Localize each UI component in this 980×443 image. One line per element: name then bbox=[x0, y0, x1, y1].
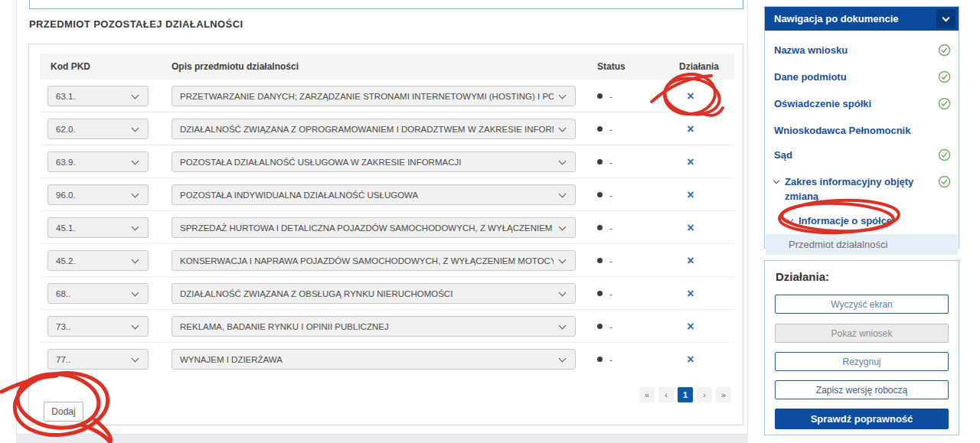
status-dot-icon bbox=[597, 159, 603, 164]
chevron-down-icon bbox=[132, 321, 139, 329]
chevron-down-icon bbox=[559, 354, 567, 362]
validate-button[interactable]: Sprawdź poprawność bbox=[775, 409, 949, 429]
nav-item-dane-podmiotu[interactable]: Dane podmiotu bbox=[774, 65, 952, 92]
table-rows: 63.1. PRZETWARZANIE DANYCH; ZARZĄDZANIE … bbox=[40, 80, 734, 376]
delete-row-button[interactable]: × bbox=[682, 277, 699, 310]
main-content-panel: PRZEDMIOT POZOSTAŁEJ DZIAŁALNOŚCI Kod PK… bbox=[16, 0, 748, 434]
chevron-down-icon bbox=[132, 288, 139, 296]
status-dot-icon bbox=[597, 225, 603, 230]
pkd-description-select[interactable]: REKLAMA, BADANIE RYNKU I OPINII PUBLICZN… bbox=[172, 316, 576, 337]
table-header: Kod PKD Opis przedmiotu działalności Sta… bbox=[40, 54, 734, 80]
pkd-description-select[interactable]: KONSERWACJA I NAPRAWA POJAZDÓW SAMOCHODO… bbox=[172, 250, 576, 271]
document-navigation-panel: Nawigacja po dokumencie Nazwa wniosku Da… bbox=[764, 6, 959, 249]
resign-button[interactable]: Rezygnuj bbox=[775, 352, 949, 371]
status-dot-icon bbox=[597, 291, 603, 296]
nav-item-przedmiot-dzialalnosci-active[interactable]: Przedmiot działalności bbox=[766, 234, 958, 255]
table-row: 77.. WYNAJEM I DZIERŻAWA - × bbox=[40, 343, 734, 376]
clear-screen-button[interactable]: Wyczyść ekran bbox=[775, 295, 949, 314]
pkd-code-select[interactable]: 45.2. bbox=[47, 250, 149, 271]
pkd-code-select[interactable]: 45.1. bbox=[47, 217, 149, 238]
status-dot-icon bbox=[597, 324, 603, 329]
status-dot-icon bbox=[597, 258, 603, 263]
delete-row-button[interactable]: × bbox=[682, 211, 699, 244]
check-circle-icon bbox=[938, 148, 951, 164]
actions-title: Działania: bbox=[776, 270, 829, 283]
nav-item-wnioskodawca-pelnomocnik[interactable]: Wnioskodawca Pełnomocnik bbox=[774, 119, 952, 143]
save-draft-button[interactable]: Zapisz wersję roboczą bbox=[775, 380, 949, 399]
section-title: PRZEDMIOT POZOSTAŁEJ DZIAŁALNOŚCI bbox=[29, 18, 243, 30]
nav-item-nazwa-wniosku[interactable]: Nazwa wniosku bbox=[774, 38, 952, 65]
chevron-down-icon bbox=[132, 157, 139, 164]
nav-item-informacje-o-spolce[interactable]: Informacje o spółce bbox=[774, 209, 952, 233]
table-row: 63.9. POZOSTAŁA DZIAŁALNOŚĆ USŁUGOWA W Z… bbox=[40, 145, 734, 178]
next-section-strip bbox=[16, 434, 748, 443]
status-cell: - bbox=[597, 178, 612, 211]
chevron-down-icon bbox=[559, 124, 567, 132]
pkd-code-select[interactable]: 63.1. bbox=[47, 86, 149, 106]
check-circle-icon bbox=[938, 70, 951, 86]
chevron-down-icon bbox=[559, 256, 567, 263]
pkd-code-select[interactable]: 77.. bbox=[47, 349, 149, 370]
nav-item-oswiadczenie-spolki[interactable]: Oświadczenie spółki bbox=[774, 92, 952, 119]
chevron-down-icon bbox=[559, 321, 567, 329]
navigation-list: Nazwa wniosku Dane podmiotu Oświadczenie… bbox=[765, 31, 959, 280]
column-header-kod-pkd: Kod PKD bbox=[51, 61, 90, 72]
table-row: 62.0. DZIAŁALNOŚĆ ZWIĄZANA Z OPROGRAMOWA… bbox=[40, 112, 734, 145]
delete-row-button[interactable]: × bbox=[682, 343, 699, 376]
status-cell: - bbox=[597, 80, 612, 112]
chevron-down-icon bbox=[559, 190, 567, 197]
table-row: 45.2. KONSERWACJA I NAPRAWA POJAZDÓW SAM… bbox=[40, 244, 734, 277]
delete-row-button[interactable]: × bbox=[682, 310, 699, 343]
chevron-down-icon bbox=[942, 14, 950, 21]
pkd-code-select[interactable]: 73.. bbox=[47, 316, 149, 337]
column-header-opis: Opis przedmiotu działalności bbox=[172, 61, 299, 72]
pkd-description-select[interactable]: WYNAJEM I DZIERŻAWA bbox=[172, 349, 576, 370]
pkd-description-select[interactable]: POZOSTAŁA INDYWIDUALNA DZIAŁALNOŚĆ USŁUG… bbox=[172, 184, 576, 205]
column-header-dzialania: Działania bbox=[679, 61, 719, 72]
nav-item-zakres-informacyjny[interactable]: Zakres informacyjny objęty zmianą bbox=[774, 170, 952, 209]
delete-row-button[interactable]: × bbox=[682, 112, 699, 145]
pagination-next-button[interactable]: › bbox=[697, 387, 712, 402]
pkd-description-select[interactable]: POZOSTAŁA DZIAŁALNOŚĆ USŁUGOWA W ZAKRESI… bbox=[172, 151, 576, 172]
status-dot-icon bbox=[597, 93, 603, 99]
chevron-down-icon bbox=[132, 124, 139, 132]
status-dot-icon bbox=[597, 126, 603, 132]
collapse-panel-button[interactable] bbox=[936, 9, 956, 28]
chevron-down-icon bbox=[559, 91, 567, 99]
delete-row-button[interactable]: × bbox=[682, 244, 699, 277]
chevron-down-icon bbox=[132, 223, 139, 230]
delete-row-button[interactable]: × bbox=[682, 145, 699, 178]
pkd-description-select[interactable]: SPRZEDAŻ HURTOWA I DETALICZNA POJAZDÓW S… bbox=[172, 217, 576, 238]
pagination-prev-button[interactable]: ‹ bbox=[658, 387, 674, 402]
table-row: 45.1. SPRZEDAŻ HURTOWA I DETALICZNA POJA… bbox=[40, 211, 734, 244]
chevron-down-icon bbox=[559, 288, 567, 296]
pagination-first-button[interactable]: « bbox=[639, 387, 655, 402]
pkd-code-select[interactable]: 96.0. bbox=[47, 184, 149, 205]
chevron-down-icon bbox=[559, 223, 567, 230]
navigation-header-label: Nawigacja po dokumencie bbox=[765, 13, 899, 24]
status-dot-icon bbox=[597, 357, 603, 362]
pkd-code-select[interactable]: 62.0. bbox=[47, 119, 149, 139]
chevron-down-icon bbox=[787, 217, 793, 223]
status-cell: - bbox=[597, 310, 612, 343]
pagination-last-button[interactable]: » bbox=[716, 387, 731, 402]
pkd-description-select[interactable]: PRZETWARZANIE DANYCH; ZARZĄDZANIE STRONA… bbox=[172, 86, 576, 106]
chevron-down-icon bbox=[773, 178, 779, 184]
table-row: 73.. REKLAMA, BADANIE RYNKU I OPINII PUB… bbox=[40, 310, 734, 343]
pkd-table-card: Kod PKD Opis przedmiotu działalności Sta… bbox=[28, 44, 743, 425]
pkd-description-select[interactable]: DZIAŁALNOŚĆ ZWIĄZANA Z OBSŁUGĄ RYNKU NIE… bbox=[172, 283, 576, 304]
show-application-button[interactable]: Pokaż wniosek bbox=[775, 324, 949, 343]
add-row-button[interactable]: Dodaj bbox=[44, 402, 83, 422]
navigation-header: Nawigacja po dokumencie bbox=[765, 7, 959, 31]
status-cell: - bbox=[597, 343, 612, 376]
pkd-description-select[interactable]: DZIAŁALNOŚĆ ZWIĄZANA Z OPROGRAMOWANIEM I… bbox=[172, 119, 576, 139]
pagination-current-page[interactable]: 1 bbox=[678, 387, 693, 402]
delete-row-button[interactable]: × bbox=[682, 178, 699, 211]
nav-item-sad[interactable]: Sąd bbox=[774, 143, 952, 170]
previous-section-box bbox=[29, 0, 743, 9]
delete-row-button[interactable]: × bbox=[682, 80, 699, 112]
table-row: 63.1. PRZETWARZANIE DANYCH; ZARZĄDZANIE … bbox=[40, 80, 734, 112]
status-cell: - bbox=[597, 211, 612, 244]
pkd-code-select[interactable]: 68.. bbox=[47, 283, 149, 304]
pkd-code-select[interactable]: 63.9. bbox=[47, 151, 149, 172]
